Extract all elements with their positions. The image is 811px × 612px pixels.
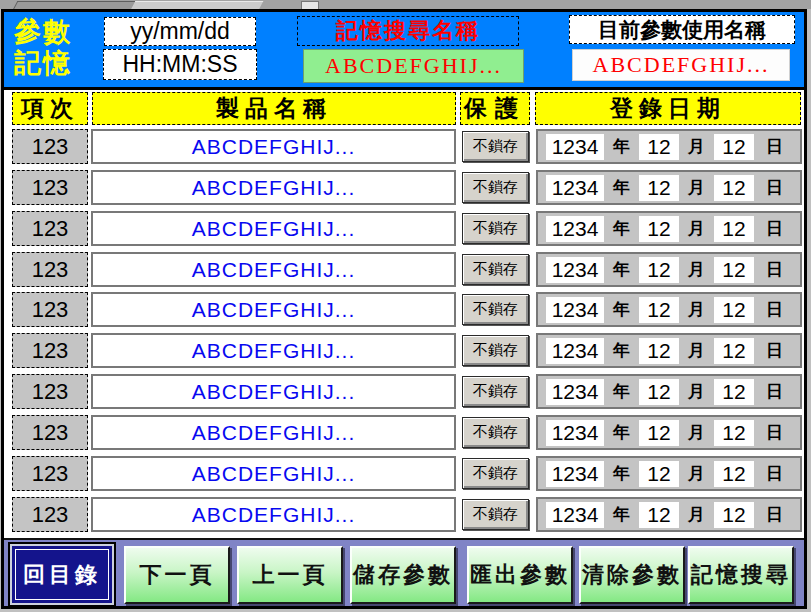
footer-button-1[interactable]: 下一頁 (124, 546, 230, 604)
registration-date-cell: 1234 年 12 月 12 日 (536, 497, 802, 532)
background-tab-shape (131, 1, 264, 10)
page-title: 參數 記憶 (14, 17, 72, 79)
table-row: 123 ABCDEFGHIJ... 不鎖存 1234 年 12 月 12 日 (4, 211, 804, 247)
protect-toggle-button[interactable]: 不鎖存 (462, 458, 529, 489)
month-unit-label: 月 (688, 421, 705, 444)
day-unit-label: 日 (766, 380, 783, 403)
day-value: 12 (714, 257, 754, 283)
month-value: 12 (639, 134, 679, 160)
item-number-cell: 123 (12, 129, 88, 164)
year-unit-label: 年 (613, 258, 630, 281)
footer-button-5[interactable]: 清除參數 (579, 546, 685, 604)
registration-date-cell: 1234 年 12 月 12 日 (536, 333, 802, 368)
month-value: 12 (639, 175, 679, 201)
day-value: 12 (714, 420, 754, 446)
day-unit-label: 日 (766, 421, 783, 444)
product-name-cell[interactable]: ABCDEFGHIJ... (91, 374, 456, 409)
table-row: 123 ABCDEFGHIJ... 不鎖存 1234 年 12 月 12 日 (4, 252, 804, 288)
product-name-cell[interactable]: ABCDEFGHIJ... (91, 415, 456, 450)
year-value: 1234 (546, 257, 604, 283)
registration-date-cell: 1234 年 12 月 12 日 (536, 415, 802, 450)
protect-toggle-button[interactable]: 不鎖存 (462, 131, 529, 162)
product-name-cell[interactable]: ABCDEFGHIJ... (91, 292, 456, 327)
month-value: 12 (639, 297, 679, 323)
item-number-cell: 123 (12, 333, 88, 368)
month-unit-label: 月 (688, 380, 705, 403)
year-value: 1234 (546, 420, 604, 446)
protect-toggle-button[interactable]: 不鎖存 (462, 376, 529, 407)
month-unit-label: 月 (688, 217, 705, 240)
column-header-item: 項次 (12, 92, 88, 125)
footer-button-3[interactable]: 儲存參數 (350, 546, 456, 604)
protect-toggle-button[interactable]: 不鎖存 (462, 254, 529, 285)
year-value: 1234 (546, 379, 604, 405)
month-value: 12 (639, 257, 679, 283)
back-to-menu-button[interactable]: 回目錄 (8, 542, 116, 607)
protect-toggle-button[interactable]: 不鎖存 (462, 335, 529, 366)
year-unit-label: 年 (613, 462, 630, 485)
month-unit-label: 月 (688, 462, 705, 485)
year-value: 1234 (546, 175, 604, 201)
protect-toggle-button[interactable]: 不鎖存 (462, 499, 529, 530)
back-to-menu-button-label: 回目錄 (15, 549, 109, 600)
protect-toggle-button[interactable]: 不鎖存 (462, 417, 529, 448)
footer-button-4[interactable]: 匯出參數 (467, 546, 573, 604)
month-value: 12 (639, 216, 679, 242)
day-value: 12 (714, 175, 754, 201)
footer-button-2[interactable]: 上一頁 (237, 546, 343, 604)
table-row: 123 ABCDEFGHIJ... 不鎖存 1234 年 12 月 12 日 (4, 456, 804, 492)
day-unit-label: 日 (766, 258, 783, 281)
table-row: 123 ABCDEFGHIJ... 不鎖存 1234 年 12 月 12 日 (4, 129, 804, 165)
table-row: 123 ABCDEFGHIJ... 不鎖存 1234 年 12 月 12 日 (4, 292, 804, 328)
product-name-cell[interactable]: ABCDEFGHIJ... (91, 333, 456, 368)
registration-date-cell: 1234 年 12 月 12 日 (536, 252, 802, 287)
window-edge-strip (0, 0, 811, 9)
day-value: 12 (714, 216, 754, 242)
current-parameter-name-value: ABCDEFGHIJ... (572, 49, 790, 81)
product-name-cell[interactable]: ABCDEFGHIJ... (91, 456, 456, 491)
day-value: 12 (714, 379, 754, 405)
year-value: 1234 (546, 338, 604, 364)
item-number-cell: 123 (12, 456, 88, 491)
year-unit-label: 年 (613, 421, 630, 444)
page-title-line1: 參數 (14, 17, 72, 48)
product-name-cell[interactable]: ABCDEFGHIJ... (91, 211, 456, 246)
table-row: 123 ABCDEFGHIJ... 不鎖存 1234 年 12 月 12 日 (4, 333, 804, 369)
month-value: 12 (639, 338, 679, 364)
protect-toggle-button[interactable]: 不鎖存 (462, 294, 529, 325)
day-value: 12 (714, 297, 754, 323)
background-chip-shape (301, 1, 319, 11)
footer-button-6[interactable]: 記憶搜尋 (688, 546, 794, 604)
item-number-cell: 123 (12, 415, 88, 450)
memory-search-name-value[interactable]: ABCDEFGHIJ... (303, 49, 524, 83)
day-unit-label: 日 (766, 298, 783, 321)
year-unit-label: 年 (613, 503, 630, 526)
day-value: 12 (714, 338, 754, 364)
product-name-cell[interactable]: ABCDEFGHIJ... (91, 252, 456, 287)
year-value: 1234 (546, 297, 604, 323)
year-unit-label: 年 (613, 339, 630, 362)
day-unit-label: 日 (766, 176, 783, 199)
page-title-line2: 記憶 (14, 48, 72, 79)
date-display: yy/mm/dd (104, 17, 256, 46)
year-value: 1234 (546, 502, 604, 528)
memory-search-name-label: 記憶搜尋名稱 (297, 16, 519, 46)
product-name-cell[interactable]: ABCDEFGHIJ... (91, 170, 456, 205)
day-unit-label: 日 (766, 135, 783, 158)
month-unit-label: 月 (688, 503, 705, 526)
protect-toggle-button[interactable]: 不鎖存 (462, 172, 529, 203)
year-unit-label: 年 (613, 380, 630, 403)
protect-toggle-button[interactable]: 不鎖存 (462, 213, 529, 244)
product-name-cell[interactable]: ABCDEFGHIJ... (91, 129, 456, 164)
item-number-cell: 123 (12, 170, 88, 205)
item-number-cell: 123 (12, 374, 88, 409)
month-unit-label: 月 (688, 258, 705, 281)
product-name-cell[interactable]: ABCDEFGHIJ... (91, 497, 456, 532)
day-value: 12 (714, 502, 754, 528)
year-unit-label: 年 (613, 176, 630, 199)
year-value: 1234 (546, 134, 604, 160)
registration-date-cell: 1234 年 12 月 12 日 (536, 170, 802, 205)
hmi-screen: 參數 記憶 yy/mm/dd HH:MM:SS 記憶搜尋名稱 ABCDEFGHI… (0, 0, 811, 612)
item-number-cell: 123 (12, 497, 88, 532)
item-number-cell: 123 (12, 252, 88, 287)
